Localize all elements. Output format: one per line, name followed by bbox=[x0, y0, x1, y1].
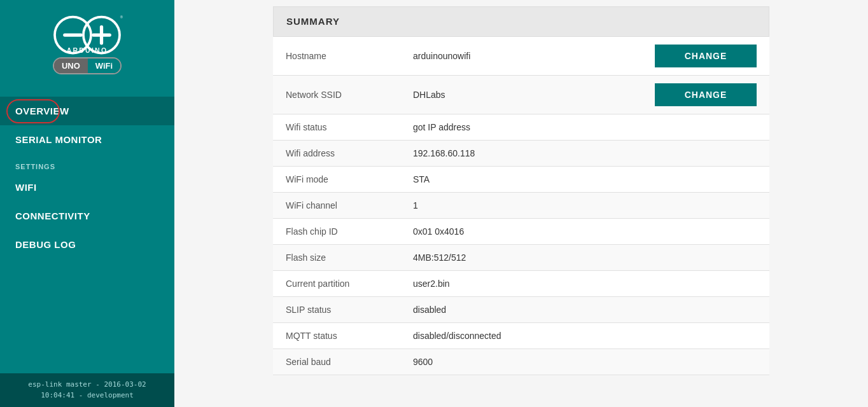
table-row: Flash size4MB:512/512 bbox=[273, 245, 769, 271]
sidebar-item-label: OVERVIEW bbox=[15, 106, 69, 116]
row-value: 0x01 0x4016 bbox=[400, 219, 642, 245]
row-value: STA bbox=[400, 167, 642, 193]
board-uno-label: UNO bbox=[54, 59, 88, 73]
row-action bbox=[642, 245, 769, 271]
row-value: user2.bin bbox=[400, 271, 642, 297]
row-value: got IP address bbox=[400, 114, 642, 141]
table-row: WiFi modeSTA bbox=[273, 167, 769, 193]
row-label: Current partition bbox=[273, 271, 400, 297]
change-button[interactable]: CHANGE bbox=[655, 83, 757, 106]
main-content: SUMMARY HostnamearduinounowifiCHANGENetw… bbox=[174, 0, 868, 407]
svg-text:ARDUINO: ARDUINO bbox=[67, 46, 108, 54]
svg-text:®: ® bbox=[120, 15, 123, 19]
logo-area: ARDUINO ® UNO WiFi bbox=[0, 0, 174, 84]
row-action: CHANGE bbox=[642, 76, 769, 114]
row-value: 4MB:512/512 bbox=[400, 245, 642, 271]
sidebar-item-label: WIFI bbox=[15, 182, 37, 193]
row-label: WiFi mode bbox=[273, 167, 400, 193]
row-label: Wifi address bbox=[273, 141, 400, 167]
table-row: Serial baud9600 bbox=[273, 349, 769, 375]
footer-line2: 10:04:41 - development bbox=[10, 390, 164, 401]
board-wifi-label: WiFi bbox=[88, 59, 120, 73]
sidebar-item-wifi[interactable]: WIFI bbox=[0, 173, 174, 202]
row-label: Serial baud bbox=[273, 349, 400, 375]
summary-title: SUMMARY bbox=[286, 16, 340, 27]
row-label: Flash size bbox=[273, 245, 400, 271]
row-label: Wifi status bbox=[273, 114, 400, 141]
sidebar-item-label: CONNECTIVITY bbox=[15, 210, 90, 221]
row-label: WiFi channel bbox=[273, 193, 400, 219]
row-action bbox=[642, 114, 769, 141]
board-badge: UNO WiFi bbox=[53, 57, 122, 74]
row-action bbox=[642, 167, 769, 193]
sidebar: ARDUINO ® UNO WiFi OVERVIEW SERIAL MONIT… bbox=[0, 0, 174, 407]
row-value: 1 bbox=[400, 193, 642, 219]
table-row: Wifi statusgot IP address bbox=[273, 114, 769, 141]
row-value: 192.168.60.118 bbox=[400, 141, 642, 167]
table-row: SLIP statusdisabled bbox=[273, 297, 769, 323]
row-value: disabled/disconnected bbox=[400, 323, 642, 349]
row-action bbox=[642, 323, 769, 349]
row-value: DHLabs bbox=[400, 76, 642, 114]
footer: esp-link master - 2016-03-02 10:04:41 - … bbox=[0, 373, 174, 407]
summary-table: HostnamearduinounowifiCHANGENetwork SSID… bbox=[273, 37, 769, 375]
row-action bbox=[642, 349, 769, 375]
table-row: Flash chip ID0x01 0x4016 bbox=[273, 219, 769, 245]
row-action bbox=[642, 193, 769, 219]
row-action: CHANGE bbox=[642, 37, 769, 76]
table-row: HostnamearduinounowifiCHANGE bbox=[273, 37, 769, 76]
arduino-logo-icon: ARDUINO ® bbox=[49, 13, 125, 57]
summary-header: SUMMARY bbox=[273, 6, 769, 37]
row-action bbox=[642, 297, 769, 323]
sidebar-item-connectivity[interactable]: CONNECTIVITY bbox=[0, 202, 174, 230]
row-action bbox=[642, 271, 769, 297]
sidebar-item-debug-log[interactable]: DEBUG LOG bbox=[0, 230, 174, 259]
content-area: SUMMARY HostnamearduinounowifiCHANGENetw… bbox=[260, 0, 782, 394]
change-button[interactable]: CHANGE bbox=[655, 45, 757, 67]
sidebar-item-overview[interactable]: OVERVIEW bbox=[0, 97, 174, 125]
table-row: MQTT statusdisabled/disconnected bbox=[273, 323, 769, 349]
row-value: 9600 bbox=[400, 349, 642, 375]
table-row: Network SSIDDHLabsCHANGE bbox=[273, 76, 769, 114]
table-row: Current partitionuser2.bin bbox=[273, 271, 769, 297]
row-label: MQTT status bbox=[273, 323, 400, 349]
sidebar-item-label: SERIAL MONITOR bbox=[15, 134, 102, 145]
table-row: Wifi address192.168.60.118 bbox=[273, 141, 769, 167]
row-label: SLIP status bbox=[273, 297, 400, 323]
footer-line1: esp-link master - 2016-03-02 bbox=[10, 380, 164, 390]
table-row: WiFi channel1 bbox=[273, 193, 769, 219]
settings-section-label: SETTINGS bbox=[0, 154, 174, 173]
sidebar-item-label: DEBUG LOG bbox=[15, 239, 76, 250]
row-value: arduinounowifi bbox=[400, 37, 642, 76]
sidebar-item-serial-monitor[interactable]: SERIAL MONITOR bbox=[0, 125, 174, 154]
row-label: Flash chip ID bbox=[273, 219, 400, 245]
row-action bbox=[642, 219, 769, 245]
sidebar-navigation: OVERVIEW SERIAL MONITOR SETTINGS WIFI CO… bbox=[0, 97, 174, 373]
row-label: Network SSID bbox=[273, 76, 400, 114]
row-label: Hostname bbox=[273, 37, 400, 76]
row-action bbox=[642, 141, 769, 167]
row-value: disabled bbox=[400, 297, 642, 323]
